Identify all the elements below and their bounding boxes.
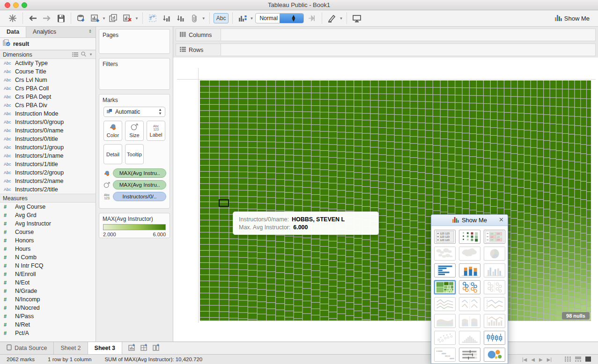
presentation-mode-icon[interactable] bbox=[351, 12, 363, 24]
measure-item[interactable]: #Pct/A bbox=[0, 329, 96, 337]
dimension-item[interactable]: AbcInstructors/2/group bbox=[0, 168, 96, 177]
measure-item[interactable]: #N/Enroll bbox=[0, 270, 96, 278]
pages-shelf[interactable]: Pages bbox=[99, 29, 170, 54]
dimension-item[interactable]: AbcCourse Title bbox=[0, 67, 96, 76]
sort-descending-icon[interactable] bbox=[175, 12, 187, 24]
close-window-button[interactable] bbox=[5, 2, 10, 8]
undo-back-button[interactable] bbox=[27, 12, 39, 24]
tab-data-source[interactable]: Data Source bbox=[0, 342, 54, 354]
clear-sheet-icon[interactable] bbox=[122, 12, 134, 24]
dimension-item[interactable]: AbcInstructors/0/name bbox=[0, 126, 96, 135]
measure-item[interactable]: #N/Eot bbox=[0, 278, 96, 287]
zoom-window-button[interactable] bbox=[22, 2, 27, 8]
measure-item[interactable]: #N/Ret bbox=[0, 320, 96, 329]
new-worksheet-tab-icon[interactable] bbox=[128, 344, 135, 353]
columns-shelf[interactable]: Columns bbox=[176, 29, 596, 41]
find-field-icon[interactable] bbox=[81, 51, 86, 58]
dimension-item[interactable]: AbcInstructors/2/title bbox=[0, 185, 96, 194]
show-me-close-icon[interactable]: ✕ bbox=[499, 216, 504, 223]
show-me-dual-lines-thumbnail[interactable] bbox=[484, 297, 505, 311]
pill-max-avg-instructor-color[interactable]: MAX(Avg Instru.. bbox=[113, 168, 166, 178]
null-indicator-badge[interactable]: 98 nulls bbox=[562, 312, 590, 320]
show-me-side-by-side-bars-thumbnail[interactable] bbox=[484, 263, 505, 277]
show-me-highlight-table-thumbnail[interactable] bbox=[459, 230, 480, 244]
tooltip-button[interactable]: Tooltip bbox=[125, 144, 144, 164]
pill-instructors-label[interactable]: Instructors/0/.. bbox=[113, 192, 166, 201]
pill-max-avg-instructor-size[interactable]: MAX(Avg Instru.. bbox=[113, 180, 166, 189]
show-me-discrete-lines-thumbnail[interactable] bbox=[459, 297, 480, 311]
show-me-text-table-thumbnail[interactable]: 123 123123 123123 123 bbox=[434, 230, 456, 244]
fit-axes-icon[interactable] bbox=[236, 12, 249, 24]
label-button[interactable]: Abc123 Label bbox=[147, 121, 165, 141]
tab-analytics[interactable]: Analytics bbox=[26, 27, 63, 37]
measure-item[interactable]: #Hours bbox=[0, 245, 96, 253]
show-me-dual-combination-thumbnail[interactable] bbox=[484, 314, 505, 328]
new-story-tab-icon[interactable] bbox=[152, 344, 160, 353]
new-worksheet-icon[interactable] bbox=[89, 12, 101, 24]
treemap-visualization[interactable]: 98 nulls bbox=[200, 80, 591, 321]
show-me-stacked-bars-thumbnail[interactable] bbox=[459, 263, 480, 277]
highlight-icon[interactable] bbox=[326, 12, 338, 24]
mark-type-dropdown[interactable]: Automatic ▲▼ bbox=[103, 107, 165, 117]
dimension-item[interactable]: AbcCrs PBA Dept bbox=[0, 93, 96, 101]
pin-icon[interactable] bbox=[306, 12, 318, 24]
dimension-item[interactable]: AbcInstructors/1/name bbox=[0, 152, 96, 160]
sort-ascending-icon[interactable] bbox=[161, 12, 173, 24]
measure-item[interactable]: #N/Pass bbox=[0, 312, 96, 320]
duplicate-sheet-icon[interactable] bbox=[108, 12, 120, 24]
detail-button[interactable]: Detail bbox=[103, 144, 122, 164]
save-button[interactable] bbox=[55, 12, 67, 24]
last-page-icon[interactable]: ▶| bbox=[547, 357, 552, 362]
new-dashboard-tab-icon[interactable] bbox=[140, 344, 148, 353]
group-members-caret[interactable]: ▼ bbox=[202, 16, 206, 21]
dimension-item[interactable]: AbcInstructors/0/group bbox=[0, 118, 96, 126]
color-legend-card[interactable]: MAX(Avg Instructor) 2.000 6.000 bbox=[99, 213, 170, 238]
measure-item[interactable]: #N Intr FCQ bbox=[0, 262, 96, 270]
show-me-filled-map-thumbnail[interactable] bbox=[459, 247, 480, 261]
rows-shelf[interactable]: Rows bbox=[176, 44, 596, 56]
show-me-gantt-thumbnail[interactable] bbox=[434, 348, 456, 362]
view-mode-filmstrip-icon[interactable] bbox=[575, 357, 581, 363]
show-me-packed-bubbles-thumbnail[interactable] bbox=[484, 348, 505, 362]
size-button[interactable]: Size bbox=[125, 121, 144, 141]
dimension-item[interactable]: AbcCrs PBA Coll bbox=[0, 84, 96, 93]
fit-selector[interactable]: Normal ▲▼ bbox=[255, 13, 304, 23]
dimension-item[interactable]: AbcInstructors/2/name bbox=[0, 177, 96, 185]
view-mode-grid-icon[interactable] bbox=[565, 357, 571, 363]
dimension-item[interactable]: AbcCrs PBA Div bbox=[0, 101, 96, 109]
show-mark-labels-button[interactable]: Abc bbox=[214, 13, 229, 23]
fit-axes-caret[interactable]: ▼ bbox=[250, 16, 253, 21]
highlighted-mark[interactable] bbox=[219, 199, 229, 207]
highlight-caret[interactable]: ▼ bbox=[339, 16, 343, 21]
show-me-continuous-area-thumbnail[interactable] bbox=[434, 314, 456, 328]
redo-forward-button[interactable] bbox=[41, 12, 53, 24]
prev-page-icon[interactable]: ◀ bbox=[531, 357, 535, 362]
measure-item[interactable]: #N/Grade bbox=[0, 287, 96, 295]
show-me-pie-chart-thumbnail[interactable] bbox=[484, 247, 505, 261]
fit-selector-stepper[interactable]: ▲▼ bbox=[280, 14, 303, 23]
show-me-symbol-map-thumbnail[interactable] bbox=[434, 247, 456, 261]
minimize-window-button[interactable] bbox=[13, 2, 19, 8]
tab-sheet-3[interactable]: Sheet 3 bbox=[88, 342, 122, 354]
next-page-icon[interactable]: ▶ bbox=[539, 357, 543, 362]
show-me-circle-views-thumbnail[interactable] bbox=[459, 280, 480, 294]
pane-stepper-icon[interactable]: ⇕ bbox=[84, 27, 96, 37]
dimension-item[interactable]: AbcInstructors/0/title bbox=[0, 135, 96, 143]
dimension-item[interactable]: AbcInstructors/1/group bbox=[0, 143, 96, 152]
swap-rows-columns-icon[interactable] bbox=[147, 12, 159, 24]
show-me-horizontal-bars-thumbnail[interactable] bbox=[434, 263, 456, 277]
measure-item[interactable]: #Avg Instructor bbox=[0, 219, 96, 228]
show-me-box-and-whisker-thumbnail[interactable] bbox=[484, 331, 505, 345]
show-me-bullet-graph-thumbnail[interactable] bbox=[459, 348, 480, 362]
first-page-icon[interactable]: |◀ bbox=[522, 357, 527, 362]
group-members-icon[interactable] bbox=[189, 12, 201, 24]
measure-item[interactable]: #Honors bbox=[0, 236, 96, 245]
tab-data[interactable]: Data bbox=[0, 27, 26, 37]
measure-item[interactable]: #Course bbox=[0, 228, 96, 236]
measure-item[interactable]: #N Comb bbox=[0, 253, 96, 262]
measure-item[interactable]: #N/Nocred bbox=[0, 304, 96, 312]
show-me-scatter-plot-thumbnail[interactable] bbox=[434, 331, 456, 345]
view-as-list-icon[interactable] bbox=[72, 51, 78, 58]
view-mode-single-icon[interactable] bbox=[585, 357, 591, 363]
show-me-side-by-side-circles-thumbnail[interactable] bbox=[484, 280, 505, 294]
